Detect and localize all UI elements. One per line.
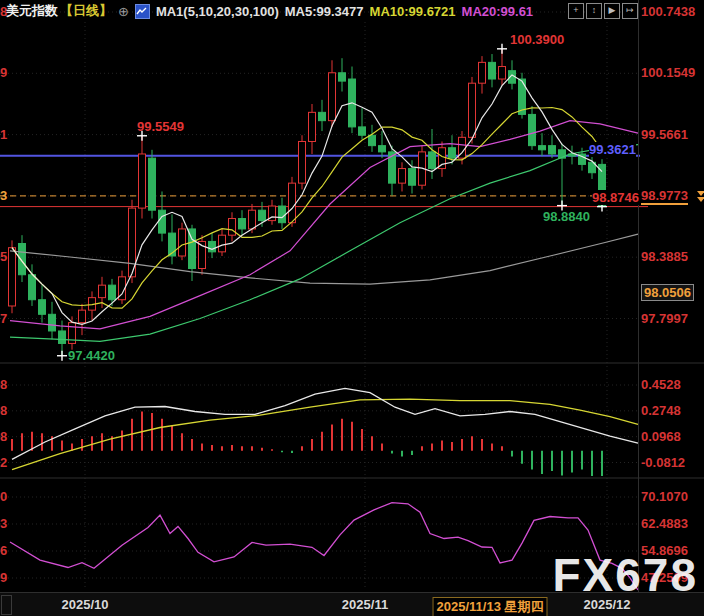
rsi2-value: RSI2:39.6322 bbox=[177, 480, 257, 495]
axis-label: 98.0506 bbox=[641, 284, 694, 301]
month-label[interactable]: 2025/11 bbox=[342, 597, 388, 612]
level-line-icon[interactable] bbox=[697, 191, 704, 203]
clipped-axis-digit: 6 bbox=[0, 543, 8, 558]
chart-canvas[interactable] bbox=[0, 0, 704, 616]
clipped-axis-digit: 1 bbox=[0, 127, 8, 142]
macd-hist-value: MACD:-0.2591 bbox=[259, 365, 346, 380]
play-step-icon[interactable]: ▶ bbox=[604, 3, 620, 19]
ma20-value: MA20:99.61 bbox=[462, 4, 534, 19]
clipped-axis-digit: 8 bbox=[0, 403, 8, 418]
axis-label: 62.4883 bbox=[641, 516, 688, 531]
axis-label: 98.9773 bbox=[641, 188, 688, 205]
symbol-name: 美元指数 bbox=[6, 2, 58, 20]
axis-label: 99.5661 bbox=[641, 127, 688, 142]
clipped-axis-digit: 9 bbox=[0, 65, 8, 80]
crosshair-icon[interactable]: + bbox=[568, 3, 584, 19]
shift-right-icon[interactable]: ↦ bbox=[622, 3, 638, 19]
clipped-axis-digit: 9 bbox=[0, 570, 8, 585]
clipped-axis-digit: 7 bbox=[0, 311, 8, 326]
clipped-axis-digit: 2 bbox=[0, 455, 8, 470]
axis-label: 97.7997 bbox=[641, 311, 688, 326]
clipped-axis-digit: 5 bbox=[0, 249, 8, 264]
right-axis[interactable]: 100.7438100.154999.566198.977398.388598.… bbox=[641, 0, 704, 592]
rsi-header: RSI(14,14,14) RSI1:39.6322 RSI2:39.6322 … bbox=[4, 480, 345, 495]
chart-header: 美元指数 【日线】 ⊕ MA1(5,10,20,30,100) MA5:99.3… bbox=[6, 2, 533, 20]
macd-dea-value: DEA:0.1812 bbox=[180, 365, 252, 380]
clipped-axis-digit: 3 bbox=[0, 516, 8, 531]
ma10-value: MA10:99.6721 bbox=[370, 4, 456, 19]
selected-date-label[interactable]: 2025/11/13 星期四 bbox=[433, 597, 548, 616]
chart-toolbar: +↕▶↦ bbox=[568, 3, 638, 19]
clipped-axis-digit: 3 bbox=[0, 188, 8, 203]
ma5-value: MA5:99.3477 bbox=[285, 4, 364, 19]
trading-chart-window: 美元指数 【日线】 ⊕ MA1(5,10,20,30,100) MA5:99.3… bbox=[0, 0, 704, 616]
month-label[interactable]: 2025/10 bbox=[62, 597, 109, 612]
axis-label: 0.2748 bbox=[641, 403, 681, 418]
axis-label: 0.4528 bbox=[641, 377, 681, 392]
expand-vertical-icon[interactable]: ↕ bbox=[586, 3, 602, 19]
price-annotation: 97.4420 bbox=[68, 348, 115, 363]
price-annotation: 98.8840 bbox=[543, 209, 590, 224]
price-annotation: 99.3621 bbox=[589, 142, 636, 157]
ma-settings-label: MA1(5,10,20,30,100) bbox=[156, 4, 279, 19]
axis-label: 0.0968 bbox=[641, 429, 681, 444]
rsi1-value: RSI(14,14,14) RSI1:39.6322 bbox=[4, 480, 169, 495]
price-annotation: 98.8746 bbox=[592, 190, 639, 205]
macd-header: MACD(26,12,9) DIFF:0.0517 DEA:0.1812 MAC… bbox=[4, 365, 347, 380]
splitter-handle[interactable] bbox=[1, 595, 12, 615]
axis-label: 100.7438 bbox=[641, 4, 695, 19]
axis-label: -0.0812 bbox=[641, 455, 685, 470]
clipped-axis-digit: 8 bbox=[0, 429, 8, 444]
circle-plus-icon[interactable]: ⊕ bbox=[118, 4, 129, 19]
rsi3-value: RSI3:39.6322 bbox=[265, 480, 345, 495]
chart-type-icon[interactable] bbox=[135, 4, 150, 19]
price-annotation: 100.3900 bbox=[510, 32, 564, 47]
axis-label: 98.3885 bbox=[641, 249, 688, 264]
fx678-watermark: FX678 bbox=[552, 548, 698, 602]
period-label[interactable]: 【日线】 bbox=[60, 2, 112, 20]
price-annotation: 99.5549 bbox=[137, 119, 184, 134]
macd-params-diff: MACD(26,12,9) DIFF:0.0517 bbox=[4, 365, 172, 380]
axis-label: 70.1070 bbox=[641, 489, 688, 504]
axis-label: 100.1549 bbox=[641, 65, 695, 80]
